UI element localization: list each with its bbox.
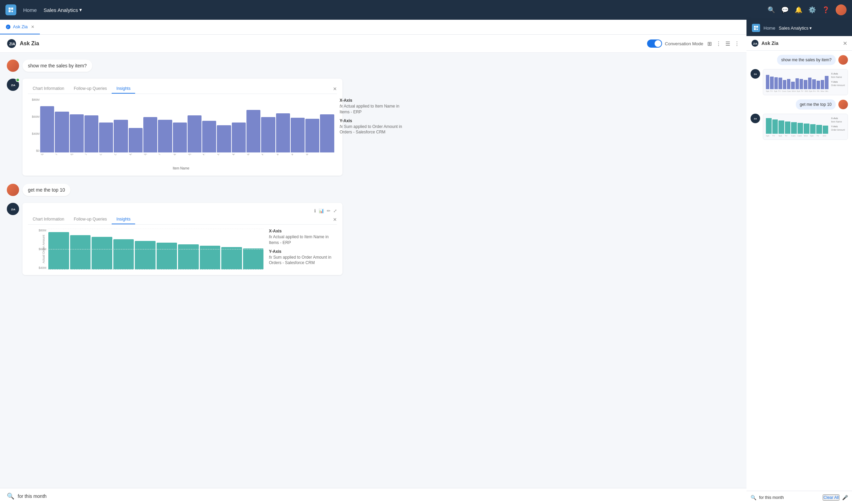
right-nav: Home Sales Analytics ▾	[746, 20, 852, 36]
right-zia-close[interactable]: ✕	[843, 40, 847, 47]
bar-9	[158, 120, 172, 152]
mini-bar-1	[766, 75, 769, 90]
right-chat-area: show me the sales by item? ZIA	[746, 51, 852, 491]
right-zia-avatar-1: ZIA	[751, 69, 760, 79]
chart-content-1: $80M $60M $40M $0	[28, 98, 337, 170]
mini-bar-13	[817, 81, 820, 89]
chart-tab-insights-2[interactable]: Insights	[112, 215, 135, 224]
teal-bar-7	[178, 244, 199, 270]
chat-area: show me the sales by item? ZIA Chart Inf…	[0, 53, 746, 488]
right-user-avatar-1	[838, 55, 848, 65]
mini-info-2: X-Axis Item Name Y-Axis Order Amount	[831, 117, 845, 137]
mini-x-labels-1: Spk TV Spk TV Cam Cam Wch Spk TV IDD Spk	[766, 90, 829, 92]
mini-teal-bar-7	[804, 124, 809, 134]
mini-bar-15	[825, 76, 828, 89]
bar-10	[173, 123, 187, 152]
help-icon[interactable]: ❓	[822, 6, 830, 14]
user-message-1: show me the sales by item?	[7, 60, 740, 72]
tab-bar: Z Ask Zia ✕	[0, 20, 746, 35]
more-options-icon[interactable]: ⋮	[716, 40, 721, 47]
chart-tab-followup-1[interactable]: Follow-up Queries	[69, 84, 112, 94]
ask-zia-tab[interactable]: Z Ask Zia ✕	[0, 20, 40, 34]
chart-tab-insights-1[interactable]: Insights	[112, 84, 135, 94]
nav-home[interactable]: Home	[23, 7, 37, 13]
mini-bar-11	[808, 78, 811, 89]
grid-view-icon[interactable]: ⊞	[707, 40, 712, 47]
mini-chart-2: Spk TV Spk TV Cam Cam Wch Spk TV IDD	[763, 114, 848, 140]
teal-bar-2	[70, 235, 91, 270]
bell-icon[interactable]: 🔔	[795, 6, 802, 14]
chart-tab-info-1[interactable]: Chart Information	[28, 84, 69, 94]
mini-chart-1: Spk TV Spk TV Cam Cam Wch Spk TV IDD Spk	[763, 69, 848, 95]
chart-card-2: ℹ 📊 ✏ ⤢ Chart Information Follow-up Quer…	[22, 203, 342, 275]
bar-3	[70, 114, 84, 152]
right-zia-title: Ask Zia	[761, 40, 778, 46]
y-tick-0-1: $0	[28, 149, 41, 152]
x-labels-1: Speaker-7.2 TV-OLED Speaker-5.2 TV-Curve…	[28, 154, 334, 157]
chat-icon[interactable]: 💬	[781, 6, 789, 14]
bar-18	[291, 118, 305, 152]
app-logo[interactable]	[5, 4, 16, 15]
y-tick-60m-1: $60M	[28, 115, 41, 118]
right-nav-home[interactable]: Home	[763, 26, 775, 31]
bar-8	[143, 117, 157, 152]
chart-visual-2: $80M $60M $40M	[28, 229, 263, 270]
chart-close-1[interactable]: ✕	[333, 86, 337, 92]
user-bubble-2: get me the top 10	[22, 184, 70, 196]
mini-bar-6	[787, 79, 790, 89]
right-search-input[interactable]	[759, 495, 820, 500]
y-axis-detail-1: fx Sum applied to Order Amount in Orders…	[340, 124, 408, 135]
zia-avatar-wrap-1: ZIA	[7, 79, 19, 91]
bar-19	[305, 119, 319, 152]
svg-text:ZIA: ZIA	[11, 84, 16, 87]
conversation-toggle[interactable]: Conversation Mode	[647, 39, 703, 48]
zia-logo: ZIA	[7, 39, 16, 48]
bar-7	[129, 128, 143, 152]
main-search-input[interactable]	[18, 493, 740, 499]
mini-teal-bar-10	[823, 126, 829, 134]
nav-analytics-label: Sales Analytics	[44, 7, 78, 13]
tab-close-icon[interactable]: ✕	[31, 25, 34, 29]
zia-avatar-wrap-2: ZIA	[7, 203, 19, 215]
zia-title: Ask Zia	[20, 40, 39, 47]
svg-text:Z: Z	[7, 26, 9, 28]
bar-11	[188, 115, 202, 152]
bar-2	[55, 112, 69, 152]
mini-teal-bar-2	[772, 119, 778, 134]
chart-x-title-1: Item Name	[28, 166, 334, 170]
toggle-switch[interactable]	[647, 39, 662, 48]
online-indicator	[16, 78, 20, 82]
settings-panel-icon[interactable]: ⋮	[734, 40, 740, 47]
expand-icon[interactable]: ⤢	[333, 208, 337, 213]
settings-icon[interactable]: ⚙️	[808, 6, 816, 14]
chart-close-2[interactable]: ✕	[333, 217, 337, 222]
nav-dropdown-icon: ▾	[79, 7, 82, 13]
edit-icon[interactable]: ✏	[327, 208, 331, 213]
right-nav-logo[interactable]	[752, 24, 760, 32]
right-nav-analytics[interactable]: Sales Analytics ▾	[779, 26, 812, 31]
nav-analytics[interactable]: Sales Analytics ▾	[44, 7, 82, 13]
mini-teal-bar-4	[785, 121, 791, 134]
chart-tab-info-2[interactable]: Chart Information	[28, 215, 69, 224]
teal-bar-8	[200, 246, 221, 270]
right-user-bubble-1: show me the sales by item?	[777, 55, 836, 65]
user-avatar[interactable]	[836, 4, 847, 15]
chart-tab-followup-2[interactable]: Follow-up Queries	[69, 215, 112, 224]
chart-panel-info-2: X-Axis fx Actual applied to Item Name in…	[269, 229, 337, 270]
right-user-msg-2: get me the top 10	[751, 99, 848, 110]
search-icon[interactable]: 🔍	[768, 6, 775, 14]
chart-bars-wrap-2: $80M $60M $40M	[28, 229, 263, 270]
clear-all-button[interactable]: Clear All	[823, 494, 839, 501]
info-icon[interactable]: ℹ	[314, 208, 316, 213]
y-tick-40m-1: $40M	[28, 132, 41, 135]
right-user-msg-1: show me the sales by item?	[751, 55, 848, 65]
mini-bar-5	[783, 80, 786, 90]
mic-icon[interactable]: 🎤	[842, 495, 848, 500]
chart-action-icons: ℹ 📊 ✏ ⤢	[28, 208, 337, 213]
chart-icon[interactable]: 📊	[319, 208, 324, 213]
mini-bar-14	[821, 80, 824, 90]
teal-bar-6	[157, 243, 177, 270]
bars-container-2	[48, 229, 263, 270]
user-avatar-1	[7, 60, 19, 72]
list-view-icon[interactable]: ☰	[725, 40, 730, 47]
